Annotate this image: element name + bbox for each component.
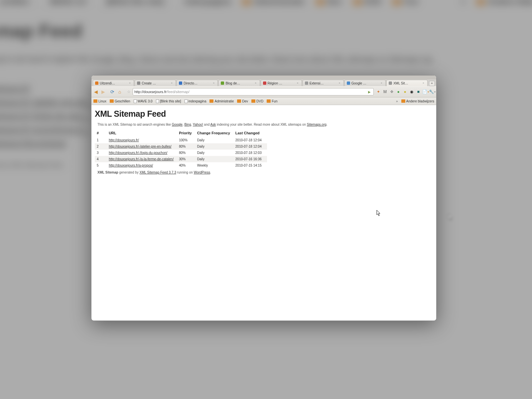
- bookmark-label: Fun: [272, 99, 277, 103]
- sitemap-link[interactable]: http://douxsejours.fr/-/a-la-ferme-de-ca…: [109, 157, 174, 161]
- sitemap-link[interactable]: http://douxsejours.fr/a-propos/: [109, 164, 153, 167]
- link-wordpress[interactable]: WordPress: [194, 171, 210, 174]
- link-yahoo[interactable]: Yahoo!: [193, 123, 203, 126]
- browser-window: Uitzendi…×Create …×Directo…×Blog de…×Rég…: [91, 75, 437, 321]
- link-plugin-version[interactable]: XML Sitemap Feed 3.7.3: [140, 171, 176, 174]
- tab-7[interactable]: XML Sit…×: [386, 80, 428, 86]
- favicon-icon: [137, 81, 140, 85]
- tab-1[interactable]: Create …×: [135, 80, 176, 86]
- table-header-row: # URL Priority Change Frequency Last Cha…: [95, 130, 267, 137]
- extension-icon-1[interactable]: M: [382, 89, 388, 94]
- page-content: XML Sitemap Feed This is an XML Sitemap …: [91, 105, 436, 177]
- cell-number: 2: [95, 143, 109, 150]
- cell-date: 2010-07-18 12:03: [235, 150, 267, 156]
- address-bar[interactable]: http://douxsejours.fr/feed/sitemap/ ▶: [133, 88, 374, 95]
- close-tab-icon[interactable]: ×: [381, 82, 383, 84]
- forward-button[interactable]: ▶: [100, 89, 106, 95]
- tab-6[interactable]: Google …×: [344, 80, 386, 86]
- cell-date: 2010-07-15 14:15: [235, 162, 267, 169]
- table-row: 5http://douxsejours.fr/a-propos/40%Weekl…: [95, 162, 267, 169]
- page-icon: [156, 99, 159, 103]
- bookmark-label: DVD: [256, 99, 263, 103]
- favicon-icon: [95, 81, 98, 85]
- tab-label: XML Sit…: [393, 81, 421, 85]
- cell-date: 2010-07-16 16:36: [235, 156, 267, 162]
- url-path: /feed/sitemap/: [167, 90, 190, 94]
- link-ask[interactable]: Ask: [210, 123, 216, 126]
- bookmark-item-5[interactable]: Administratie: [209, 99, 234, 103]
- tab-label: Google …: [351, 81, 379, 85]
- bookmarks-overflow-button[interactable]: »: [396, 99, 398, 103]
- extension-icon-0[interactable]: ✦: [376, 89, 381, 94]
- new-tab-button[interactable]: +: [429, 81, 435, 86]
- col-number: #: [95, 130, 109, 137]
- table-row: 4http://douxsejours.fr/-/a-la-ferme-de-c…: [95, 156, 267, 162]
- col-changed: Last Changed: [235, 130, 267, 137]
- close-tab-icon[interactable]: ×: [423, 82, 425, 84]
- link-google[interactable]: Google: [172, 123, 183, 126]
- bookmark-item-1[interactable]: Geschillen: [110, 99, 130, 103]
- bookmark-item-7[interactable]: DVD: [251, 99, 263, 103]
- navigation-toolbar: ◀ ▶ ⟳ ⌂ ☆ http://douxsejours.fr/feed/sit…: [91, 86, 436, 97]
- tab-0[interactable]: Uitzendi…×: [93, 80, 134, 86]
- col-url: URL: [109, 130, 179, 137]
- window-title-bar[interactable]: [91, 75, 436, 79]
- close-tab-icon[interactable]: ×: [213, 82, 215, 84]
- sitemap-link[interactable]: http://douxsejours.fr/-/logis-du-pouchon…: [109, 151, 167, 155]
- reload-button[interactable]: ⟳: [109, 89, 115, 95]
- page-title: XML Sitemap Feed: [95, 109, 433, 119]
- bookmark-label: Geschillen: [115, 99, 130, 103]
- bookmark-star-button[interactable]: ☆: [126, 89, 131, 94]
- cell-freq: Daily: [197, 150, 235, 156]
- favicon-icon: [263, 81, 266, 85]
- tab-label: Extensi…: [310, 81, 337, 85]
- extension-icon-5[interactable]: ◉: [409, 89, 414, 94]
- page-menu-button[interactable]: 📄▾: [423, 89, 428, 94]
- generator-footer: XML Sitemap generated by XML Sitemap Fee…: [97, 171, 433, 174]
- link-bing[interactable]: Bing: [184, 123, 191, 126]
- close-tab-icon[interactable]: ×: [171, 82, 174, 84]
- cell-date: 2010-07-18 12:04: [235, 143, 267, 150]
- cell-url: http://douxsejours.fr/a-propos/: [109, 162, 179, 169]
- other-bookmarks-button[interactable]: Andere bladwijzers: [401, 99, 435, 103]
- bookmark-item-3[interactable]: [Blink this site]: [156, 99, 181, 103]
- link-sitemapsorg[interactable]: Sitemaps.org: [307, 123, 327, 126]
- bookmark-item-0[interactable]: Linux: [93, 99, 106, 103]
- tab-5[interactable]: Extensi…×: [303, 80, 344, 86]
- extension-icon-4[interactable]: ●: [402, 89, 408, 94]
- table-row: 3http://douxsejours.fr/-/logis-du-poucho…: [95, 150, 267, 156]
- favicon-icon: [179, 81, 182, 85]
- extension-icon-2[interactable]: ❖: [389, 89, 394, 94]
- close-tab-icon[interactable]: ×: [255, 82, 258, 84]
- cell-freq: Daily: [197, 137, 235, 143]
- col-priority: Priority: [179, 130, 197, 137]
- folder-icon: [401, 99, 405, 103]
- close-tab-icon[interactable]: ×: [129, 82, 132, 84]
- home-button[interactable]: ⌂: [117, 89, 123, 95]
- settings-wrench-button[interactable]: 🔧▾: [430, 89, 435, 94]
- back-button[interactable]: ◀: [93, 89, 99, 95]
- folder-icon: [267, 99, 271, 103]
- folder-icon: [93, 99, 97, 103]
- cursor-icon: [376, 210, 381, 216]
- sitemap-link[interactable]: http://douxsejours.fr/-/atelier-pre-en-b…: [109, 145, 171, 148]
- favicon-icon: [221, 81, 224, 85]
- bookmark-item-2[interactable]: WAVE 3.0: [134, 99, 153, 103]
- extension-icon-6[interactable]: ■: [416, 89, 421, 94]
- bookmark-item-4[interactable]: indexpagina: [185, 99, 206, 103]
- url-host: http://douxsejours.fr: [134, 90, 167, 94]
- bookmark-item-8[interactable]: Fun: [267, 99, 277, 103]
- bookmark-label: indexpagina: [189, 99, 206, 103]
- close-tab-icon[interactable]: ×: [297, 82, 300, 84]
- close-tab-icon[interactable]: ×: [339, 82, 341, 84]
- tab-2[interactable]: Directo…×: [177, 80, 218, 86]
- tab-label: Directo…: [184, 81, 211, 85]
- tab-4[interactable]: Région …×: [261, 80, 302, 86]
- cell-priority: 80%: [179, 150, 197, 156]
- sitemap-link[interactable]: http://douxsejours.fr/: [109, 138, 139, 142]
- go-button[interactable]: ▶: [367, 90, 372, 94]
- extension-icon-3[interactable]: ●: [396, 89, 401, 94]
- bookmark-item-6[interactable]: Dev: [237, 99, 248, 103]
- tab-3[interactable]: Blog de…×: [218, 80, 260, 86]
- cell-url: http://douxsejours.fr/: [109, 137, 179, 143]
